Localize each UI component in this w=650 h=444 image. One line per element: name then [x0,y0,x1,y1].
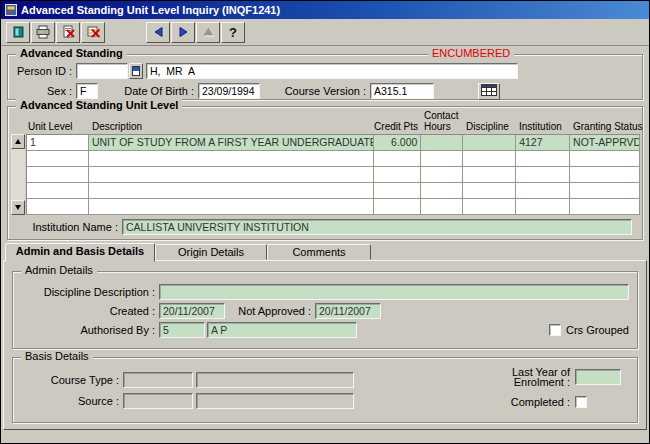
encumbered-status: ENCUMBERED [428,47,514,59]
course-type-description-field[interactable] [196,372,354,388]
window-title: Advanced Standing Unit Level Inquiry (IN… [21,4,280,16]
scroll-down-button[interactable] [11,200,25,215]
tab-origin-details[interactable]: Origin Details [155,244,267,260]
person-detail-row: Sex : F Date Of Birth : 23/09/1994 Cours… [16,82,642,100]
table-row-empty [27,167,640,183]
last-year-enrolment-field[interactable] [575,369,621,385]
table-cell[interactable] [27,151,89,167]
table-cell[interactable] [570,183,640,199]
cell-discipline[interactable] [463,135,516,151]
institution-name-field[interactable]: CALLISTA UNIVERSITY INSTITUTION [122,219,632,235]
table-cell[interactable] [374,199,421,215]
unit-level-table: 1 UNIT OF STUDY FROM A FIRST YEAR UNDERG… [26,134,640,215]
source-code-field[interactable] [123,393,193,409]
window-icon [5,4,17,16]
col-header-granting-status: Granting Status [573,121,642,132]
table-cell[interactable] [463,151,516,167]
previous-block-button[interactable] [146,22,170,43]
unit-level-section-title: Advanced Standing Unit Level [16,99,182,111]
table-scrollbar[interactable] [11,134,25,215]
crs-grouped-checkbox[interactable] [549,324,561,336]
authorised-by-label: Authorised By : [19,324,155,336]
cell-contact-hours[interactable] [421,135,463,151]
table-cell[interactable] [421,167,463,183]
source-description-field[interactable] [196,393,354,409]
authorised-by-name-field[interactable]: A P [207,322,357,338]
authorised-by-id-field[interactable]: 5 [159,322,205,338]
exit-icon [11,25,26,39]
course-version-field[interactable]: A315.1 [370,83,434,99]
label-line-2: Enrolment : [514,376,570,388]
delete-record-button[interactable] [81,22,105,43]
table-cell[interactable] [421,183,463,199]
table-cell[interactable] [89,167,375,183]
tab-admin-and-basis-details[interactable]: Admin and Basis Details [5,243,155,262]
col-header-institution: Institution [519,121,562,132]
table-cell[interactable] [516,183,570,199]
table-cell[interactable] [421,151,463,167]
completed-checkbox[interactable] [575,396,587,408]
table-cell[interactable] [570,199,640,215]
discipline-description-field[interactable] [159,284,629,300]
table-cell[interactable] [463,167,516,183]
tab-comments[interactable]: Comments [267,244,371,260]
person-id-lov-button[interactable] [129,63,143,79]
table-cell[interactable] [374,151,421,167]
cell-institution[interactable]: 4127 [516,135,570,151]
cell-description[interactable]: UNIT OF STUDY FROM A FIRST YEAR UNDERGRA… [89,135,375,151]
course-type-code-field[interactable] [123,372,193,388]
not-approved-field[interactable]: 20/11/2007 [315,303,381,319]
table-cell[interactable] [463,183,516,199]
cell-unit-level[interactable]: 1 [27,135,89,151]
created-field[interactable]: 20/11/2007 [159,303,225,319]
table-cell[interactable] [374,167,421,183]
up-arrow-icon [15,139,21,144]
help-button[interactable]: ? [221,22,245,43]
table-cell[interactable] [570,167,640,183]
course-type-label: Course Type : [19,374,119,386]
clear-form-button[interactable] [56,22,80,43]
cell-credit-pts[interactable]: 6.000 [374,135,421,151]
tab-label: Comments [292,246,345,258]
not-approved-label: Not Approved : [233,305,311,317]
basis-details-group: Basis Details Course Type : Source : Las… [12,357,638,423]
print-button[interactable] [31,22,55,43]
table-cell[interactable] [89,199,375,215]
toolbar-separator [106,32,146,33]
person-id-field[interactable] [76,63,128,79]
table-cell[interactable] [27,167,89,183]
calculator-button[interactable] [478,83,500,100]
tab-label: Admin and Basis Details [16,245,144,257]
unit-level-block: Advanced Standing Unit Level Unit Level … [7,106,643,240]
date-of-birth-field[interactable]: 23/09/1994 [198,83,260,99]
person-name-field[interactable]: H, MR A [146,63,518,79]
exit-button[interactable] [6,22,30,43]
titlebar: Advanced Standing Unit Level Inquiry (IN… [1,1,649,19]
sex-label: Sex : [16,85,72,97]
scrollbar-track[interactable] [11,149,25,200]
table-cell[interactable] [27,183,89,199]
next-block-button[interactable] [171,22,195,43]
table-cell[interactable] [89,183,375,199]
discipline-description-row: Discipline Description : [19,283,629,300]
scroll-up-button[interactable] [11,134,25,149]
table-cell[interactable] [516,167,570,183]
source-row: Source : [19,392,447,409]
table-cell[interactable] [516,199,570,215]
table-cell[interactable] [570,151,640,167]
up-button[interactable] [196,22,220,43]
table-row-current: 1 UNIT OF STUDY FROM A FIRST YEAR UNDERG… [27,135,640,151]
table-cell[interactable] [27,199,89,215]
tab-label: Origin Details [178,246,244,258]
table-cell[interactable] [89,151,375,167]
discipline-description-label: Discipline Description : [19,286,155,298]
table-cell[interactable] [421,199,463,215]
table-cell[interactable] [374,183,421,199]
tab-strip: Admin and Basis Details Origin Details C… [5,243,371,263]
table-cell[interactable] [463,199,516,215]
cell-granting-status[interactable]: NOT-APPRVD [570,135,640,151]
person-id-label: Person ID : [16,65,72,77]
sex-field[interactable]: F [76,83,98,99]
table-cell[interactable] [516,151,570,167]
last-year-enrolment-label: Last Year ofEnrolment : [457,367,570,387]
